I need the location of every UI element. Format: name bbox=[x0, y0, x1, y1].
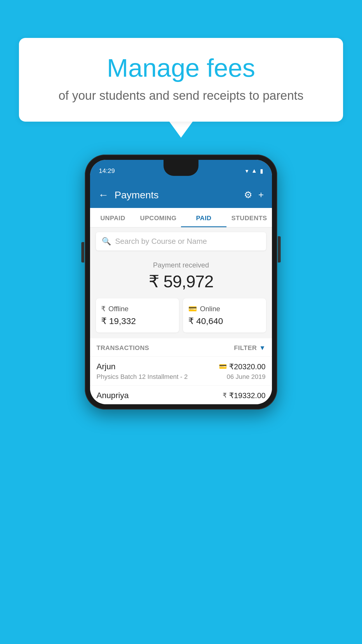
transaction-row-top-2: Anupriya ₹ ₹19332.00 bbox=[96, 391, 266, 400]
search-bar-section: 🔍 Search by Course or Name bbox=[90, 228, 272, 255]
header-actions: ⚙ + bbox=[244, 189, 264, 200]
transactions-label: TRANSACTIONS bbox=[96, 344, 149, 352]
transaction-row-bottom: Physics Batch 12 Installment - 2 06 June… bbox=[96, 373, 266, 381]
wifi-icon: ▾ bbox=[245, 167, 248, 174]
search-icon: 🔍 bbox=[102, 237, 111, 246]
online-card-header: 💳 Online bbox=[188, 305, 261, 313]
transaction-method-icon-2: ₹ bbox=[223, 392, 227, 399]
search-bar[interactable]: 🔍 Search by Course or Name bbox=[96, 232, 266, 251]
settings-icon[interactable]: ⚙ bbox=[244, 189, 252, 200]
offline-card-amount: ₹ 19,332 bbox=[101, 316, 174, 326]
app-header: ← Payments ⚙ + bbox=[90, 182, 272, 208]
transaction-row-top: Arjun 💳 ₹20320.00 bbox=[96, 362, 266, 371]
phone-screen: 14:29 ▾ ▲ ▮ ← Payments ⚙ + UNPAID bbox=[90, 160, 272, 404]
signal-icon: ▲ bbox=[251, 167, 257, 174]
back-button[interactable]: ← bbox=[98, 189, 109, 201]
transaction-method-icon: 💳 bbox=[219, 363, 227, 370]
transactions-header: TRANSACTIONS FILTER ▼ bbox=[90, 338, 272, 356]
header-title: Payments bbox=[115, 189, 238, 201]
transaction-date: 06 June 2019 bbox=[227, 373, 266, 381]
speech-bubble-section: Manage fees of your students and send re… bbox=[19, 38, 343, 138]
tabs-bar: UNPAID UPCOMING PAID STUDENTS bbox=[90, 208, 272, 228]
transaction-amount-wrapper-2: ₹ ₹19332.00 bbox=[223, 391, 266, 400]
phone-outer: 14:29 ▾ ▲ ▮ ← Payments ⚙ + UNPAID bbox=[85, 155, 277, 410]
transaction-detail: Physics Batch 12 Installment - 2 bbox=[96, 373, 188, 381]
tab-students[interactable]: STUDENTS bbox=[226, 208, 272, 227]
tab-upcoming[interactable]: UPCOMING bbox=[136, 208, 181, 227]
phone-mockup: 14:29 ▾ ▲ ▮ ← Payments ⚙ + UNPAID bbox=[85, 155, 277, 410]
offline-payment-card: ₹ Offline ₹ 19,332 bbox=[96, 298, 179, 332]
payment-received-label: Payment received bbox=[96, 261, 266, 269]
transaction-amount-2: ₹19332.00 bbox=[229, 391, 266, 400]
online-payment-card: 💳 Online ₹ 40,640 bbox=[183, 298, 266, 332]
status-icons: ▾ ▲ ▮ bbox=[245, 167, 263, 174]
speech-bubble-subtitle: of your students and send receipts to pa… bbox=[36, 89, 326, 103]
battery-icon: ▮ bbox=[260, 167, 263, 174]
tab-unpaid[interactable]: UNPAID bbox=[90, 208, 136, 227]
online-card-amount: ₹ 40,640 bbox=[188, 316, 261, 326]
filter-label: FILTER bbox=[234, 344, 257, 352]
search-placeholder: Search by Course or Name bbox=[115, 237, 207, 246]
speech-bubble-arrow bbox=[169, 122, 193, 138]
transaction-item[interactable]: Arjun 💳 ₹20320.00 Physics Batch 12 Insta… bbox=[90, 356, 272, 385]
offline-payment-icon: ₹ bbox=[101, 305, 106, 313]
offline-card-header: ₹ Offline bbox=[101, 305, 174, 313]
filter-button[interactable]: FILTER ▼ bbox=[234, 344, 266, 352]
tab-paid[interactable]: PAID bbox=[181, 208, 226, 227]
transaction-item-partial[interactable]: Anupriya ₹ ₹19332.00 bbox=[90, 385, 272, 404]
filter-icon: ▼ bbox=[259, 344, 266, 352]
speech-bubble-title: Manage fees bbox=[36, 54, 326, 82]
speech-bubble: Manage fees of your students and send re… bbox=[19, 38, 343, 122]
payment-summary: Payment received ₹ 59,972 bbox=[90, 255, 272, 298]
payment-cards: ₹ Offline ₹ 19,332 💳 Online ₹ 40,640 bbox=[90, 298, 272, 338]
online-payment-icon: 💳 bbox=[188, 305, 197, 313]
transaction-amount-wrapper: 💳 ₹20320.00 bbox=[219, 362, 266, 371]
transaction-amount: ₹20320.00 bbox=[229, 362, 266, 371]
status-bar: 14:29 ▾ ▲ ▮ bbox=[90, 160, 272, 182]
online-card-label: Online bbox=[200, 305, 220, 313]
payment-total-amount: ₹ 59,972 bbox=[96, 272, 266, 291]
transaction-name: Arjun bbox=[96, 362, 115, 371]
offline-card-label: Offline bbox=[108, 305, 129, 313]
transaction-name-2: Anupriya bbox=[96, 391, 129, 400]
add-icon[interactable]: + bbox=[258, 190, 264, 200]
status-time: 14:29 bbox=[99, 167, 115, 175]
